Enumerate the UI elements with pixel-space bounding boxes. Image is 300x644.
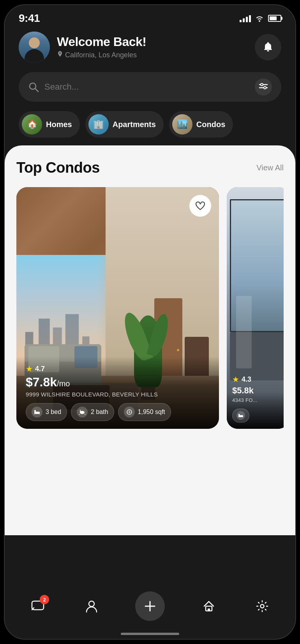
filter-icon — [259, 83, 268, 91]
location-icon — [57, 51, 63, 59]
price-line-1: $7.8k/mo — [26, 375, 210, 389]
bed-icon-2 — [236, 411, 245, 420]
price-line-2: $5.8k — [232, 386, 284, 396]
wifi-icon — [255, 15, 264, 22]
search-input[interactable] — [44, 82, 249, 92]
svg-rect-24 — [238, 415, 243, 417]
nav-settings[interactable] — [252, 596, 272, 616]
section-header: Top Condos View All — [16, 159, 284, 176]
property-card-1[interactable]: ★ 4.7 $7.8k/mo 9999 WILSHIRE BOULEVARD, … — [16, 187, 219, 429]
nav-messages-icon-wrap: 2 — [28, 596, 48, 616]
battery-icon — [268, 15, 281, 22]
card-image-2: ★ 4.3 $5.8k 4343 FO... — [227, 187, 284, 429]
condos-label: Condos — [196, 120, 225, 129]
favorite-button-1[interactable] — [189, 195, 211, 217]
header-top: Welcome Back! California, Los Angeles — [19, 32, 281, 63]
sqft-badge: 1,950 sqft — [118, 403, 171, 421]
status-bar: 9:41 — [5, 5, 295, 28]
section-title: Top Condos — [16, 159, 100, 176]
nav-home-icon-wrap — [199, 596, 219, 616]
price-value-1: $7.8k — [26, 375, 57, 389]
bath-label: 2 bath — [91, 409, 108, 416]
nav-profile[interactable] — [82, 596, 101, 616]
svg-rect-25 — [238, 414, 240, 416]
bed-badge: 3 bed — [26, 403, 67, 421]
search-icon — [28, 81, 39, 92]
price-unit-1: /mo — [57, 379, 70, 388]
phone-frame: 9:41 — [4, 4, 296, 640]
signal-icon — [240, 14, 251, 22]
avatar — [19, 32, 50, 63]
sqft-label: 1,950 sqft — [138, 409, 165, 416]
categories-row: Homes Apartments Condos — [19, 111, 281, 138]
welcome-heading: Welcome Back! — [57, 35, 146, 49]
status-icons — [240, 14, 281, 22]
homes-label: Homes — [46, 120, 72, 129]
bed-badge-2 — [232, 409, 249, 423]
small-card-overlay: ★ 4.3 $5.8k 4343 FO... — [227, 368, 284, 429]
svg-rect-31 — [208, 609, 210, 611]
add-icon — [144, 600, 156, 612]
rating-value-2: 4.3 — [242, 375, 251, 384]
star-icon-1: ★ — [26, 364, 33, 373]
svg-line-1 — [35, 88, 38, 92]
rating-line-1: ★ 4.7 — [26, 364, 210, 373]
svg-point-32 — [261, 605, 264, 608]
rating-line-2: ★ 4.3 — [232, 375, 284, 384]
amenities-row-1: 3 bed — [26, 403, 210, 421]
card-info-overlay-1: ★ 4.7 $7.8k/mo 9999 WILSHIRE BOULEVARD, … — [16, 356, 219, 429]
svg-rect-12 — [34, 410, 36, 412]
bath-icon — [77, 407, 88, 418]
category-apartments[interactable]: Apartments — [85, 111, 164, 138]
header-section: Welcome Back! California, Los Angeles — [5, 28, 295, 145]
welcome-text: Welcome Back! California, Los Angeles — [57, 35, 146, 59]
nav-add-button[interactable] — [135, 591, 165, 621]
star-icon-2: ★ — [232, 375, 239, 384]
address-line-2: 4343 FO... — [232, 397, 284, 403]
search-bar[interactable] — [19, 72, 281, 102]
profile-icon — [86, 600, 97, 613]
amenities-row-2 — [232, 409, 284, 423]
messages-badge: 2 — [40, 595, 49, 604]
homes-thumbnail — [22, 114, 42, 134]
rating-value-1: 4.7 — [35, 365, 45, 373]
heart-icon — [195, 201, 205, 211]
notification-button[interactable] — [255, 34, 281, 60]
second-card-furniture — [236, 296, 252, 368]
address-line-1: 9999 WILSHIRE BOULEVARD, BEVERLY HILLS — [26, 391, 210, 398]
condos-thumbnail — [172, 114, 192, 134]
price-value-2: $5.8k — [232, 386, 254, 395]
svg-point-5 — [264, 87, 266, 89]
nav-profile-icon-wrap — [82, 596, 101, 616]
bath-badge: 2 bath — [71, 403, 114, 421]
svg-point-27 — [89, 601, 94, 607]
location-line: California, Los Angeles — [57, 51, 146, 59]
category-condos[interactable]: Condos — [169, 111, 233, 138]
card-image-1: ★ 4.7 $7.8k/mo 9999 WILSHIRE BOULEVARD, … — [16, 187, 219, 429]
location-text: California, Los Angeles — [65, 51, 137, 59]
category-homes[interactable]: Homes — [19, 111, 80, 138]
sqft-icon — [124, 407, 135, 418]
svg-point-3 — [261, 83, 263, 86]
user-info: Welcome Back! California, Los Angeles — [19, 32, 146, 63]
bell-icon — [263, 41, 274, 53]
svg-rect-16 — [80, 410, 81, 412]
view-all-button[interactable]: View All — [256, 163, 284, 172]
apartments-label: Apartments — [113, 120, 156, 129]
bed-label: 3 bed — [46, 409, 61, 416]
svg-rect-11 — [34, 412, 40, 414]
home-icon — [203, 600, 215, 612]
home-indicator — [121, 633, 179, 635]
property-card-2[interactable]: ★ 4.3 $5.8k 4343 FO... — [227, 187, 284, 429]
settings-icon — [256, 600, 268, 612]
bottom-nav: 2 — [16, 584, 284, 628]
cards-row: ★ 4.7 $7.8k/mo 9999 WILSHIRE BOULEVARD, … — [16, 187, 284, 429]
nav-messages[interactable]: 2 — [28, 596, 48, 616]
apartments-thumbnail — [88, 114, 109, 134]
bed-icon — [32, 407, 42, 418]
nav-home[interactable] — [199, 596, 219, 616]
svg-point-23 — [129, 412, 130, 413]
content-area: Top Condos View All — [5, 145, 295, 535]
filter-button[interactable] — [255, 78, 272, 96]
status-time: 9:41 — [19, 12, 40, 25]
